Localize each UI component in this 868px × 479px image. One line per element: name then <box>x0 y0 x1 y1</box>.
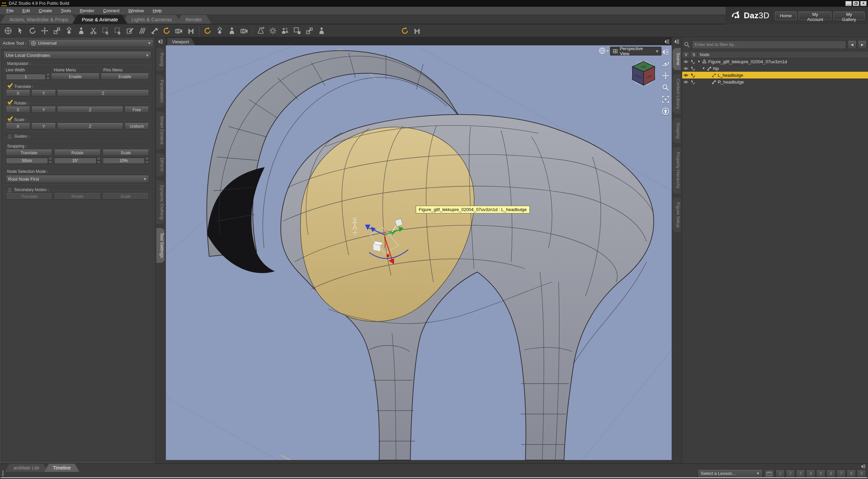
selectable-cursor-icon[interactable] <box>690 59 696 64</box>
filter-prev-button[interactable]: ◄ <box>848 40 856 49</box>
minimize-button[interactable]: _ <box>845 1 852 6</box>
snapping-mode-button[interactable]: Translate <box>6 150 52 156</box>
tab-tool-settings[interactable]: Tool Settings <box>156 228 165 263</box>
cameras-pane-icon[interactable] <box>238 25 250 36</box>
drawstyle-button[interactable]: ▼ <box>599 47 609 54</box>
universal-tool-icon[interactable] <box>2 25 14 36</box>
figure-selection-tool-icon[interactable] <box>75 25 87 36</box>
reset-camera-icon[interactable] <box>661 107 670 115</box>
snapping-mode-button[interactable]: Rotate <box>54 150 101 156</box>
pan-camera-icon[interactable] <box>661 72 670 80</box>
menu-item[interactable]: Render <box>75 7 99 14</box>
tab-content-library[interactable]: Content Library <box>673 74 681 114</box>
rotate-checkbox[interactable] <box>7 100 12 106</box>
translate-axis-button[interactable]: Y <box>31 90 56 96</box>
region-navigator-tool-icon[interactable] <box>100 25 112 36</box>
scale-axis-button[interactable]: Uniform <box>125 123 149 130</box>
rotate-axis-button[interactable]: X <box>6 107 30 113</box>
scene-node-row[interactable]: R_headbulge <box>682 78 868 85</box>
lesson-number-button[interactable]: 6 <box>826 470 836 478</box>
close-button[interactable]: × <box>860 1 867 6</box>
translate-axis-button[interactable]: Z <box>57 90 149 96</box>
render-icon[interactable] <box>267 25 279 36</box>
lesson-number-button[interactable]: 8 <box>847 470 856 478</box>
geometry-editor-tool-icon[interactable] <box>124 25 136 36</box>
character-convert-icon[interactable] <box>279 25 291 36</box>
measure-metrics-tool-icon[interactable] <box>185 25 197 36</box>
rotate-axis-button[interactable]: Y <box>31 107 56 113</box>
scene-node-row[interactable]: ▼ Figure_g8f_lekkupre_02004_07uv3zn1d <box>682 58 868 65</box>
tab-posing[interactable]: Posing <box>156 48 165 71</box>
lesson-number-button[interactable]: 3 <box>796 470 805 478</box>
viewport-tab[interactable]: Viewport <box>167 38 195 45</box>
tab-dynamic-clothing[interactable]: Dynamic Clothing <box>156 180 165 224</box>
viewport-canvas[interactable]: Figure_g8f_lekkupre_02004_07uv3zn1d : L_… <box>166 45 672 460</box>
lesson-number-button[interactable]: 1 <box>776 470 785 478</box>
tab-figure-setup[interactable]: Figure Setup <box>673 198 681 232</box>
view-cube[interactable]: Top Front Left <box>629 59 658 88</box>
menu-item[interactable]: Tools <box>56 7 75 14</box>
scale-axis-button[interactable]: Y <box>31 123 56 130</box>
frame-selection-icon[interactable] <box>661 95 670 104</box>
tab-lights-cameras[interactable]: Lights & Cameras <box>122 15 181 24</box>
expander-icon[interactable]: ▼ <box>697 60 702 63</box>
scene-node-row[interactable]: L_headbulge <box>682 72 868 78</box>
selectable-cursor-icon[interactable] <box>690 73 696 78</box>
tab-shaping[interactable]: Shaping <box>673 118 681 143</box>
tab-pose-animate[interactable]: Pose & Animate <box>72 15 128 24</box>
lesson-number-button[interactable]: 4 <box>806 470 815 478</box>
figure-setup-icon[interactable] <box>316 25 328 36</box>
menu-item[interactable]: Create <box>34 7 56 14</box>
pane-menu-icon[interactable] <box>673 39 680 45</box>
scene-navigator-icon[interactable] <box>201 25 214 36</box>
orbit-camera-icon[interactable] <box>661 60 670 68</box>
scale-axis-button[interactable]: Z <box>57 123 123 130</box>
node-selection-tool-icon[interactable] <box>14 25 26 36</box>
tab-scene[interactable]: Scene <box>673 48 681 70</box>
guides-checkbox[interactable] <box>7 134 12 139</box>
tab-render[interactable]: Render <box>176 15 212 24</box>
surfaces-pane-icon[interactable] <box>214 25 226 36</box>
play-lesson-button[interactable] <box>764 469 774 478</box>
coordinates-dropdown[interactable]: Use Local Coordinates ▼ <box>3 51 151 59</box>
view-selector-dropdown[interactable]: Perspective View ▼ <box>610 47 661 55</box>
lesson-number-button[interactable]: 5 <box>816 470 825 478</box>
home-menu-enable-button[interactable]: Enable <box>51 73 100 80</box>
line-width-spinner[interactable] <box>46 73 50 80</box>
create-new-icon[interactable] <box>255 25 267 36</box>
expander-icon[interactable]: ▼ <box>702 67 707 70</box>
active-pose-tool-icon[interactable] <box>160 25 173 36</box>
tab-timeline[interactable]: Timeline <box>44 464 79 472</box>
rotate-axis-button[interactable]: Z <box>57 107 123 113</box>
translate-checkbox[interactable] <box>7 84 12 89</box>
scale-axis-button[interactable]: X <box>6 123 30 130</box>
lesson-dropdown[interactable]: Select a Lesson... ▼ <box>698 469 763 478</box>
snapping-spinner[interactable] <box>97 157 101 164</box>
scale-tool-icon[interactable] <box>51 25 63 36</box>
my-gallery-button[interactable]: My Gallery <box>833 12 865 20</box>
snapping-value-input[interactable]: 50cm <box>6 157 48 164</box>
scale-checkbox[interactable] <box>7 117 12 122</box>
lesson-number-button[interactable]: 7 <box>837 470 846 478</box>
menu-item[interactable]: Connect <box>99 7 124 14</box>
filter-next-button[interactable]: ► <box>858 40 867 49</box>
pane-menu-icon[interactable] <box>157 39 164 45</box>
secondary-nodes-checkbox[interactable] <box>7 187 12 192</box>
visibility-eye-icon[interactable] <box>683 73 689 78</box>
menu-item[interactable]: Window <box>124 7 148 14</box>
menu-item[interactable]: Help <box>148 7 166 14</box>
transfer-utility-icon[interactable] <box>291 25 303 36</box>
pane-menu-icon[interactable] <box>664 39 670 45</box>
tab-animate-lite[interactable]: aniMate Lite <box>5 464 48 472</box>
visibility-eye-icon[interactable] <box>683 59 689 64</box>
active-tool-dropdown[interactable]: Universal ▼ <box>28 39 153 47</box>
surface-selection-tool-icon[interactable] <box>63 25 75 36</box>
fit-to-figure-icon[interactable] <box>303 25 316 36</box>
visibility-eye-icon[interactable] <box>683 66 689 71</box>
visibility-eye-icon[interactable] <box>683 79 689 85</box>
tab-property-hierarchy[interactable]: Property Hierarchy <box>673 147 681 193</box>
power-pose-tool-icon[interactable] <box>399 25 411 36</box>
line-width-input[interactable]: 1 <box>6 73 46 80</box>
lesson-number-button[interactable]: 9 <box>857 470 866 478</box>
tab-parameters[interactable]: Parameters <box>156 75 165 107</box>
